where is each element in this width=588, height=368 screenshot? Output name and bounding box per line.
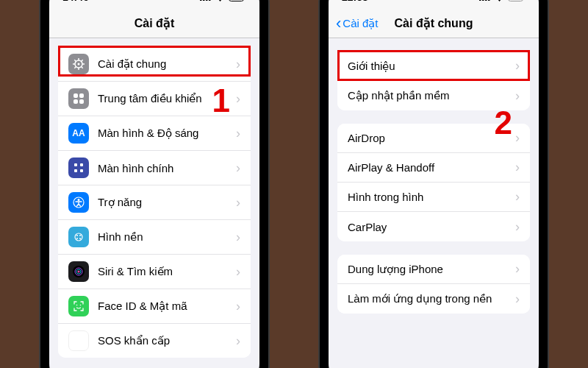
chevron-icon: › [236,57,240,72]
row-face-id[interactable]: Face ID & Mật mã › [58,289,251,324]
screen: 22:38 ‹ Cài đặt C [329,0,539,368]
svg-point-35 [78,271,80,273]
back-label: Cài đặt [343,17,378,30]
svg-rect-2 [206,0,208,1]
row-label: Màn hình & Độ sáng [98,127,233,140]
row-accessibility[interactable]: Trợ năng › [58,185,251,220]
row-label: Face ID & Mật mã [98,300,233,313]
chevron-icon: › [236,195,240,210]
svg-rect-44 [485,0,487,1]
svg-rect-45 [488,0,490,1]
phone-step-2: 22:38 ‹ Cài đặt C [320,0,548,368]
row-pip[interactable]: Hình trong hình › [337,183,530,212]
phone-step-1: 14:46 80 Cài đặt [40,0,268,368]
chevron-icon: › [236,126,240,141]
nav-title: Cài đặt [135,16,174,30]
row-label: Trợ năng [98,196,233,209]
svg-point-26 [78,199,80,201]
status-bar: 14:46 80 [49,0,259,9]
wallpaper-icon [68,227,89,247]
battery-icon [508,0,526,1]
back-button[interactable]: ‹ Cài đặt [336,15,379,32]
svg-rect-43 [482,0,484,1]
nav-title: Cài đặt chung [395,16,473,30]
row-label: Làm mới ứng dụng trong nền [348,292,512,305]
status-time: 14:46 [62,0,89,3]
svg-rect-17 [74,93,78,98]
row-label: SOS khẩn cấp [98,334,233,347]
svg-point-27 [75,233,82,241]
screen: 14:46 80 Cài đặt [49,0,259,368]
chevron-icon: › [515,160,520,175]
row-siri[interactable]: Siri & Tìm kiếm › [58,255,251,289]
row-label: Giới thiệu [348,60,512,73]
row-wallpaper[interactable]: Hình nền › [58,220,251,255]
nav-bar: Cài đặt [49,9,259,38]
chevron-icon: › [515,219,520,235]
row-display[interactable]: AA Màn hình & Độ sáng › [58,116,251,151]
chevron-icon: › [236,160,240,176]
step-number: 2 [495,105,512,141]
row-home-screen[interactable]: Màn hình chính › [58,151,251,185]
row-label: Cập nhật phần mềm [348,89,512,102]
accessibility-icon [68,192,89,213]
svg-line-13 [74,60,76,61]
svg-line-14 [82,67,83,68]
chevron-left-icon: ‹ [336,15,341,32]
sos-icon: SOS [68,330,89,351]
row-carplay[interactable]: CarPlay › [337,212,530,241]
svg-point-29 [79,235,81,236]
row-airplay[interactable]: AirPlay & Handoff › [337,153,530,183]
wifi-icon [215,0,226,1]
svg-rect-22 [80,163,83,166]
svg-rect-1 [203,0,205,1]
row-general[interactable]: Cài đặt chung › [58,47,251,82]
svg-rect-0 [200,0,202,1]
svg-line-16 [82,60,83,61]
chevron-icon: › [236,230,240,245]
row-about[interactable]: Giới thiệu › [337,52,530,81]
chevron-icon: › [236,333,240,349]
row-sos[interactable]: SOS SOS khẩn cấp › [58,324,251,358]
svg-rect-3 [209,0,211,1]
chevron-icon: › [515,261,520,277]
row-background-refresh[interactable]: Làm mới ứng dụng trong nền › [337,284,530,314]
row-label: Cài đặt chung [98,57,233,71]
svg-rect-18 [79,93,84,98]
svg-point-8 [78,63,80,66]
chevron-icon: › [515,130,520,146]
chevron-icon: › [236,91,240,107]
signal-icon [200,0,212,1]
svg-rect-23 [74,169,77,172]
nav-bar: ‹ Cài đặt Cài đặt chung [329,9,539,38]
svg-point-30 [76,238,78,239]
display-icon: AA [68,123,89,144]
chevron-icon: › [515,291,520,307]
chevron-icon: › [515,58,520,74]
battery-icon: 80 [229,0,246,1]
row-label: Dung lượng iPhone [348,263,512,276]
chevron-icon: › [515,88,520,104]
row-label: CarPlay [348,221,512,233]
general-list[interactable]: Giới thiệu › Cập nhật phần mềm › AirDrop… [329,52,539,314]
svg-point-31 [79,238,81,239]
svg-point-36 [76,305,78,306]
bed-icon [373,0,384,1]
row-label: AirDrop [348,132,512,144]
svg-rect-21 [74,163,77,166]
wifi-icon [494,0,505,1]
row-label: Siri & Tìm kiếm [98,265,233,278]
siri-icon [68,261,89,282]
chevron-icon: › [236,264,240,280]
chevron-icon: › [515,189,520,205]
svg-point-37 [80,305,82,306]
row-label: AirPlay & Handoff [348,161,512,174]
svg-rect-42 [479,0,481,1]
row-storage[interactable]: Dung lượng iPhone › [337,255,530,284]
svg-rect-46 [509,0,523,1]
control-center-icon [68,88,89,109]
svg-rect-19 [74,99,78,104]
row-label: Màn hình chính [98,162,233,174]
step-number: 1 [212,82,230,119]
status-time: 22:38 [342,0,368,3]
